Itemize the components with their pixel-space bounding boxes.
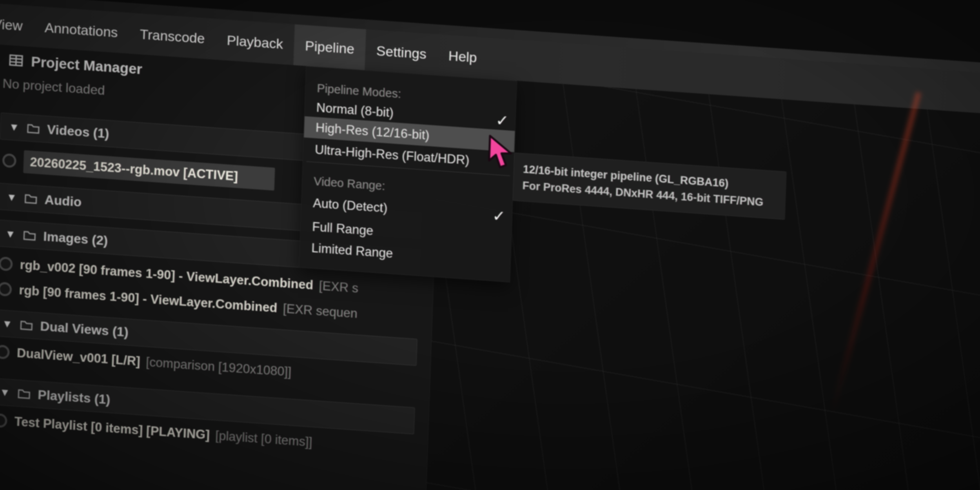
cursor-pointer-icon	[487, 134, 517, 173]
collapse-triangle-icon[interactable]: ▼	[2, 318, 13, 330]
panel-title: Project Manager	[31, 53, 143, 78]
project-status: No project loaded	[2, 76, 105, 98]
folder-icon	[24, 193, 38, 204]
radio-icon	[0, 345, 10, 359]
folder-icon	[20, 319, 33, 331]
project-manager-header: Project Manager	[9, 52, 143, 78]
dual-view-item-suffix: [comparison [1920x1080]]	[146, 355, 292, 380]
menu-playback[interactable]: Playback	[215, 19, 295, 65]
section-label: Images (2)	[43, 229, 108, 248]
section-label: Playlists (1)	[38, 387, 111, 407]
menu-pipeline[interactable]: Pipeline	[293, 24, 366, 70]
section-label: Audio	[45, 192, 82, 209]
menu-item-label: Full Range	[312, 219, 374, 238]
menu-help[interactable]: Help	[437, 34, 489, 79]
image-item-suffix: [EXR s	[319, 278, 359, 296]
section-label: Dual Views (1)	[40, 318, 129, 340]
collapse-triangle-icon[interactable]: ▼	[6, 192, 17, 203]
folder-icon	[17, 388, 31, 399]
red-light-streak	[830, 92, 921, 414]
checkmark-icon: ✓	[492, 207, 506, 225]
collapse-triangle-icon[interactable]: ▼	[0, 387, 10, 398]
grid-list-icon	[9, 54, 23, 67]
video-item-label: 20260225_1523--rgb.mov [ACTIVE]	[23, 150, 275, 191]
folder-icon	[23, 229, 36, 241]
section-label: Videos (1)	[47, 122, 109, 141]
collapse-triangle-icon[interactable]: ▼	[9, 121, 20, 133]
radio-icon	[0, 413, 7, 428]
menu-transcode[interactable]: Transcode	[128, 13, 216, 60]
menu-item-label: Auto (Detect)	[313, 196, 388, 216]
folder-icon	[27, 122, 40, 134]
pipeline-dropdown-menu: Pipeline Modes: Normal (8-bit) ✓ High-Re…	[299, 66, 517, 283]
playlist-item-label: Test Playlist [0 items] [PLAYING]	[14, 414, 210, 442]
red-corner-glow	[894, 447, 980, 490]
radio-icon	[2, 153, 16, 168]
menu-settings[interactable]: Settings	[365, 29, 438, 75]
menu-annotations[interactable]: Annotations	[33, 6, 130, 53]
radio-icon	[0, 282, 12, 296]
image-item-suffix: [EXR sequen	[283, 301, 358, 321]
dual-view-item-label: DualView_v001 [L/R]	[17, 346, 140, 369]
checkmark-icon: ✓	[495, 111, 509, 130]
collapse-triangle-icon[interactable]: ▼	[5, 228, 16, 240]
radio-icon	[0, 256, 13, 271]
playlist-item-suffix: [playlist [0 items]]	[215, 428, 313, 450]
app-window: View Annotations Transcode Playback Pipe…	[0, 0, 980, 490]
screenshot-stage: View Annotations Transcode Playback Pipe…	[0, 0, 980, 490]
menu-view[interactable]: View	[0, 2, 34, 47]
menu-item-label: High-Res (12/16-bit)	[315, 120, 430, 143]
menu-item-label: Limited Range	[311, 241, 393, 261]
menu-item-label: Normal (8-bit)	[316, 100, 394, 120]
